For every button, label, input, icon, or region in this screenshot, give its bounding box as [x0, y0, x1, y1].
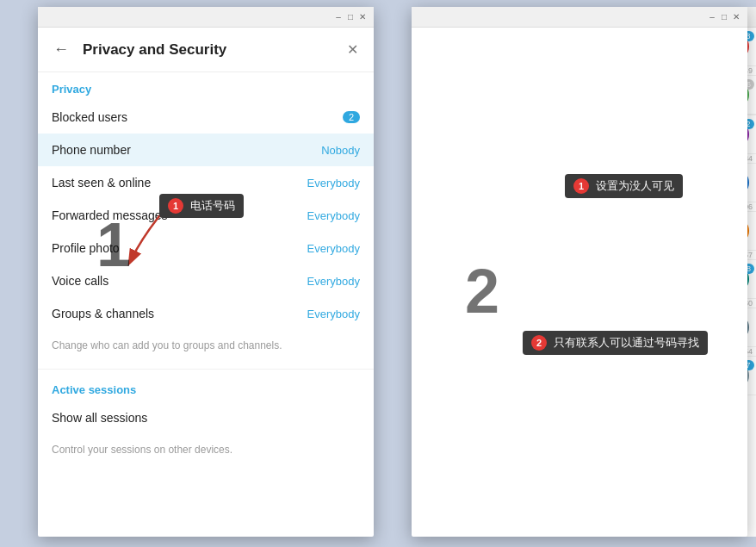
maximize-btn[interactable]: □ — [344, 11, 356, 23]
left-window-content: ← Privacy and Security ✕ Privacy Blocked… — [38, 28, 374, 537]
voice-calls-row[interactable]: Voice calls Everybody — [38, 264, 374, 297]
close-btn-right[interactable]: ✕ — [730, 11, 742, 23]
forwarded-messages-row[interactable]: Forwarded messages Everybody — [38, 199, 374, 232]
maximize-btn-right[interactable]: □ — [718, 11, 730, 23]
panel-header: ← Privacy and Security ✕ — [38, 28, 374, 72]
panel-close-button[interactable]: ✕ — [344, 38, 362, 61]
minimize-btn[interactable]: – — [332, 11, 344, 23]
forwarded-messages-value: Everybody — [307, 209, 360, 222]
phone-privacy-dialog: – □ ✕ Phone number privacy Who can see m… — [412, 7, 747, 537]
voice-calls-label: Voice calls — [52, 274, 108, 288]
phone-number-label: Phone number — [52, 143, 131, 157]
show-sessions-row[interactable]: Show all sessions — [38, 401, 374, 434]
privacy-section-label: Privacy — [38, 72, 374, 101]
blocked-users-label: Blocked users — [52, 110, 127, 124]
profile-photo-value: Everybody — [307, 242, 360, 255]
active-sessions-label: Active sessions — [38, 373, 374, 401]
groups-channels-value: Everybody — [307, 308, 360, 320]
forwarded-messages-label: Forwarded messages — [52, 208, 168, 222]
back-button[interactable]: ← — [50, 37, 72, 62]
last-seen-row[interactable]: Last seen & online Everybody — [38, 166, 374, 199]
left-titlebar: – □ ✕ — [38, 7, 374, 28]
phone-number-row[interactable]: Phone number Nobody — [38, 134, 374, 166]
minimize-btn-right[interactable]: – — [706, 11, 718, 23]
divider1 — [38, 369, 374, 370]
groups-channels-label: Groups & channels — [52, 307, 154, 320]
blocked-users-row[interactable]: Blocked users 2 — [38, 101, 374, 134]
profile-photo-label: Profile photo — [52, 241, 120, 255]
close-btn-left[interactable]: ✕ — [356, 11, 369, 23]
blocked-users-badge: 2 — [343, 111, 360, 123]
right-titlebar: – □ ✕ — [412, 7, 747, 28]
show-sessions-label: Show all sessions — [52, 411, 147, 425]
last-seen-label: Last seen & online — [52, 176, 151, 190]
voice-calls-value: Everybody — [307, 275, 360, 288]
profile-photo-row[interactable]: Profile photo Everybody — [38, 232, 374, 264]
last-seen-value: Everybody — [307, 177, 360, 190]
phone-number-value: Nobody — [321, 144, 360, 157]
groups-channels-row[interactable]: Groups & channels Everybody — [38, 297, 374, 330]
sessions-note: Control your sessions on other devices. — [38, 434, 374, 469]
groups-note: Change who can add you to groups and cha… — [38, 330, 374, 365]
privacy-security-window: – □ ✕ ← Privacy and Security ✕ Privacy B… — [38, 7, 374, 537]
panel-title: Privacy and Security — [83, 41, 344, 59]
